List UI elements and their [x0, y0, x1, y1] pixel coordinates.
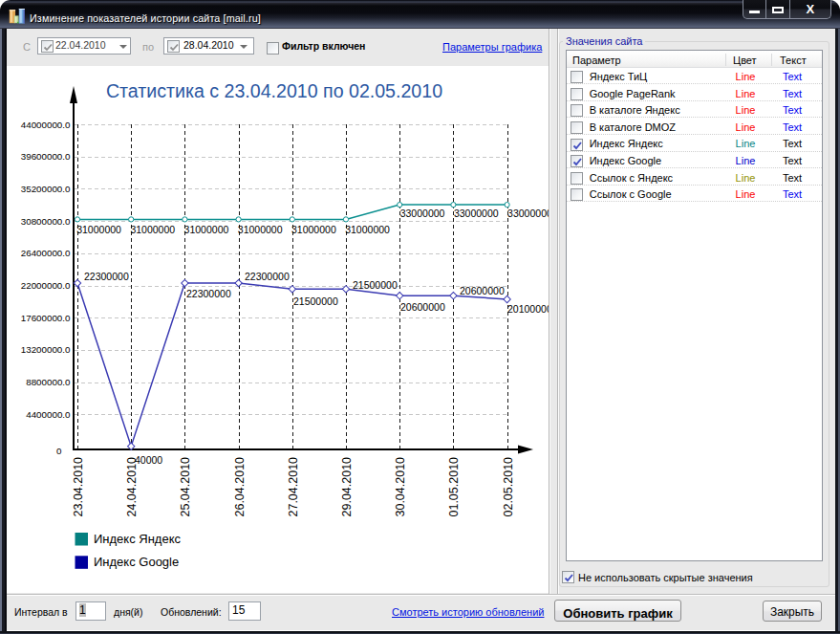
svg-text:31000000: 31000000	[238, 224, 283, 235]
svg-text:31000000: 31000000	[345, 224, 390, 235]
svg-text:22000000.0: 22000000.0	[21, 280, 71, 291]
svg-text:4400000.0: 4400000.0	[26, 409, 71, 420]
svg-text:44000000.0: 44000000.0	[21, 120, 71, 130]
svg-text:33000000: 33000000	[400, 208, 445, 219]
svg-text:33000000: 33000000	[454, 208, 499, 219]
svg-text:8800000.0: 8800000.0	[26, 377, 71, 387]
svg-text:Статистика с 23.04.2010 по 02.: Статистика с 23.04.2010 по 02.05.2010	[106, 80, 442, 101]
svg-text:25.04.2010: 25.04.2010	[179, 457, 192, 517]
svg-text:22300000: 22300000	[186, 288, 231, 299]
svg-text:0: 0	[56, 446, 62, 456]
svg-text:33000000: 33000000	[507, 208, 552, 219]
svg-text:13200000.0: 13200000.0	[21, 344, 71, 355]
svg-text:22300000: 22300000	[245, 271, 290, 282]
svg-text:20100000: 20100000	[507, 303, 552, 315]
svg-text:31000000: 31000000	[130, 224, 175, 235]
svg-text:23.04.2010: 23.04.2010	[72, 457, 85, 517]
svg-text:22300000: 22300000	[84, 271, 129, 282]
svg-text:40000: 40000	[135, 454, 162, 466]
svg-text:35200000.0: 35200000.0	[21, 184, 71, 194]
svg-text:26400000.0: 26400000.0	[21, 248, 71, 258]
svg-text:26.04.2010: 26.04.2010	[233, 457, 247, 517]
svg-text:Индекс Яндекс: Индекс Яндекс	[94, 532, 182, 546]
svg-text:21500000: 21500000	[293, 295, 338, 307]
svg-text:31000000: 31000000	[291, 224, 336, 235]
svg-text:Индекс Google: Индекс Google	[94, 555, 179, 569]
svg-text:02.05.2010: 02.05.2010	[502, 457, 515, 517]
svg-text:31000000: 31000000	[76, 224, 121, 235]
svg-text:31000000: 31000000	[184, 224, 229, 235]
svg-text:30800000.0: 30800000.0	[21, 216, 71, 227]
svg-text:21500000: 21500000	[353, 279, 398, 291]
svg-text:29.04.2010: 29.04.2010	[340, 457, 354, 517]
svg-text:27.04.2010: 27.04.2010	[287, 457, 300, 517]
svg-text:30.04.2010: 30.04.2010	[394, 457, 407, 517]
svg-text:39600000.0: 39600000.0	[21, 151, 71, 162]
svg-text:20600000: 20600000	[400, 301, 445, 313]
svg-text:20600000: 20600000	[460, 285, 505, 296]
svg-text:17600000.0: 17600000.0	[21, 313, 71, 323]
svg-text:24.04.2010: 24.04.2010	[125, 457, 139, 517]
svg-text:01.05.2010: 01.05.2010	[447, 457, 461, 517]
